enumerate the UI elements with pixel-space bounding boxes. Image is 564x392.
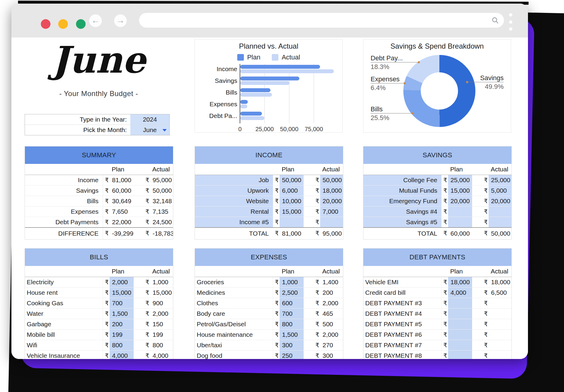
actual-value-cell[interactable]: 150 bbox=[150, 319, 173, 329]
plan-value-cell[interactable] bbox=[448, 351, 472, 359]
actual-value-cell[interactable]: 20,000 bbox=[320, 196, 343, 206]
close-button[interactable] bbox=[41, 19, 50, 29]
actual-value-cell[interactable]: 50,000 bbox=[489, 228, 511, 239]
plan-value-cell[interactable]: 7,650 bbox=[110, 207, 134, 217]
row-label[interactable]: Electricity bbox=[25, 277, 103, 287]
plan-value-cell[interactable]: 4,000 bbox=[110, 351, 134, 359]
row-label[interactable]: Dog food bbox=[195, 351, 273, 359]
row-label[interactable]: College Fee bbox=[363, 175, 441, 185]
plan-value-cell[interactable]: 22,000 bbox=[110, 217, 134, 227]
actual-value-cell[interactable] bbox=[489, 319, 511, 329]
plan-value-cell[interactable]: 25,000 bbox=[448, 175, 472, 185]
plan-value-cell[interactable]: 700 bbox=[110, 298, 134, 308]
row-label[interactable]: DEBT PAYMENT #3 bbox=[363, 298, 441, 308]
row-label[interactable]: Vehicle Insaurance bbox=[25, 351, 103, 359]
actual-value-cell[interactable]: 900 bbox=[150, 298, 173, 308]
actual-value-cell[interactable]: 2,000 bbox=[320, 298, 343, 308]
plan-value-cell[interactable]: 700 bbox=[280, 309, 304, 319]
actual-value-cell[interactable]: 4,000 bbox=[150, 351, 173, 359]
actual-value-cell[interactable]: 200 bbox=[320, 288, 343, 298]
row-label[interactable]: Groceries bbox=[195, 277, 273, 287]
plan-value-cell[interactable]: 15,000 bbox=[448, 185, 472, 196]
plan-value-cell[interactable]: 1,500 bbox=[280, 330, 304, 340]
row-label[interactable]: Income #5 bbox=[195, 217, 273, 227]
plan-value-cell[interactable]: 60,000 bbox=[110, 185, 134, 196]
actual-value-cell[interactable] bbox=[489, 207, 511, 217]
month-select[interactable]: June bbox=[130, 125, 169, 135]
address-bar[interactable] bbox=[139, 13, 504, 28]
plan-value-cell[interactable] bbox=[448, 319, 472, 329]
row-label[interactable]: Credit card bill bbox=[363, 288, 441, 298]
row-label[interactable]: Wifi bbox=[25, 340, 103, 350]
back-button[interactable]: ← bbox=[89, 14, 102, 27]
actual-value-cell[interactable]: 15,000 bbox=[150, 288, 173, 298]
plan-value-cell[interactable] bbox=[448, 330, 472, 340]
plan-value-cell[interactable] bbox=[448, 217, 472, 227]
actual-value-cell[interactable] bbox=[489, 309, 511, 319]
row-label[interactable]: Rental bbox=[195, 207, 273, 217]
actual-value-cell[interactable]: 800 bbox=[150, 340, 173, 350]
actual-value-cell[interactable]: 18,000 bbox=[320, 185, 343, 196]
row-label[interactable]: Medicines bbox=[195, 288, 273, 298]
row-label[interactable]: Savings #4 bbox=[363, 207, 441, 217]
row-label[interactable]: Income bbox=[25, 175, 103, 185]
plan-value-cell[interactable]: 10,000 bbox=[280, 196, 304, 206]
row-label[interactable]: Water bbox=[25, 309, 103, 319]
row-label[interactable]: Petrol/Gas/Deisel bbox=[195, 319, 273, 329]
actual-value-cell[interactable] bbox=[489, 298, 511, 308]
row-label[interactable]: DIFFERENCE bbox=[25, 228, 103, 239]
actual-value-cell[interactable]: 1,400 bbox=[320, 277, 343, 287]
plan-value-cell[interactable]: 2,000 bbox=[110, 277, 134, 287]
row-label[interactable]: Vehicle EMI bbox=[363, 277, 441, 287]
row-label[interactable]: Garbage bbox=[25, 319, 103, 329]
plan-value-cell[interactable]: 20,000 bbox=[448, 196, 472, 206]
plan-value-cell[interactable]: 800 bbox=[280, 319, 304, 329]
plan-value-cell[interactable]: 300 bbox=[280, 340, 304, 350]
maximize-button[interactable] bbox=[76, 19, 86, 29]
actual-value-cell[interactable]: -18,783 bbox=[150, 228, 173, 239]
minimize-button[interactable] bbox=[58, 19, 68, 29]
row-label[interactable]: Mutual Funds bbox=[363, 185, 441, 196]
row-label[interactable]: TOTAL bbox=[363, 228, 441, 239]
row-label[interactable]: House maintenance bbox=[195, 330, 273, 340]
plan-value-cell[interactable]: 4,000 bbox=[448, 288, 472, 298]
actual-value-cell[interactable]: 24,500 bbox=[150, 217, 173, 227]
row-label[interactable]: Debt Payments bbox=[25, 217, 103, 227]
row-label[interactable]: Emergency Fund bbox=[363, 196, 441, 206]
row-label[interactable]: Savings #5 bbox=[363, 217, 441, 227]
row-label[interactable]: Mobile bill bbox=[25, 330, 103, 340]
row-label[interactable]: House rent bbox=[25, 288, 103, 298]
actual-value-cell[interactable]: 300 bbox=[320, 351, 343, 359]
row-label[interactable]: Uber/taxi bbox=[195, 340, 273, 350]
row-label[interactable]: Body care bbox=[195, 309, 273, 319]
row-label[interactable]: Expenses bbox=[25, 207, 103, 217]
plan-value-cell[interactable]: -39,299 bbox=[110, 228, 134, 239]
plan-value-cell[interactable]: 15,000 bbox=[110, 288, 134, 298]
actual-value-cell[interactable]: 6,500 bbox=[489, 288, 511, 298]
plan-value-cell[interactable] bbox=[448, 309, 472, 319]
row-label[interactable]: DEBT PAYMENT #7 bbox=[363, 340, 441, 350]
actual-value-cell[interactable]: 18,000 bbox=[489, 277, 511, 287]
row-label[interactable]: Savings bbox=[25, 185, 103, 196]
row-label[interactable]: TOTAL bbox=[195, 228, 273, 239]
row-label[interactable]: DEBT PAYMENT #5 bbox=[363, 319, 441, 329]
actual-value-cell[interactable]: 5,000 bbox=[489, 185, 511, 196]
actual-value-cell[interactable] bbox=[489, 330, 511, 340]
actual-value-cell[interactable]: 2,000 bbox=[320, 330, 343, 340]
plan-value-cell[interactable]: 250 bbox=[280, 351, 304, 359]
plan-value-cell[interactable]: 800 bbox=[110, 340, 134, 350]
row-label[interactable]: Job bbox=[195, 175, 273, 185]
actual-value-cell[interactable]: 465 bbox=[320, 309, 343, 319]
row-label[interactable]: Upwork bbox=[195, 185, 273, 196]
plan-value-cell[interactable]: 18,000 bbox=[448, 277, 472, 287]
plan-value-cell[interactable]: 50,000 bbox=[280, 175, 304, 185]
plan-value-cell[interactable]: 2,500 bbox=[280, 288, 304, 298]
actual-value-cell[interactable]: 199 bbox=[150, 330, 173, 340]
plan-value-cell[interactable]: 1,000 bbox=[280, 277, 304, 287]
row-label[interactable]: Bills bbox=[25, 196, 103, 206]
actual-value-cell[interactable]: 7,135 bbox=[150, 207, 173, 217]
plan-value-cell[interactable]: 199 bbox=[110, 330, 134, 340]
row-label[interactable]: Website bbox=[195, 196, 273, 206]
actual-value-cell[interactable]: 50,000 bbox=[320, 175, 343, 185]
plan-value-cell[interactable]: 15,000 bbox=[280, 207, 304, 217]
